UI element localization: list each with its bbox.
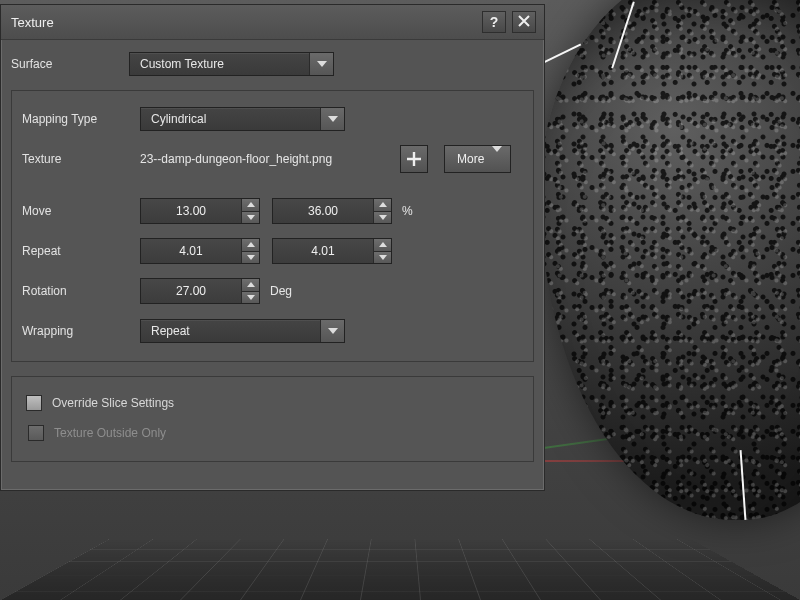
stepper-down[interactable]	[241, 251, 259, 264]
repeat-y-value: 4.01	[273, 239, 373, 263]
caret-up-icon	[379, 202, 387, 207]
wrapping-value: Repeat	[141, 324, 320, 338]
help-button[interactable]: ?	[482, 11, 506, 33]
more-button[interactable]: More	[444, 145, 511, 173]
texture-label: Texture	[22, 152, 140, 166]
move-x-value: 13.00	[141, 199, 241, 223]
plus-icon	[406, 151, 422, 167]
texture-filename: 23--damp-dungeon-floor_height.png	[140, 152, 400, 166]
help-icon: ?	[490, 14, 499, 30]
stepper-down[interactable]	[241, 291, 259, 304]
wrapping-dropdown[interactable]: Repeat	[140, 319, 345, 343]
move-x-spinner[interactable]: 13.00	[140, 198, 260, 224]
repeat-row: Repeat 4.01 4.01	[22, 237, 523, 265]
repeat-label: Repeat	[22, 244, 140, 258]
caret-up-icon	[379, 242, 387, 247]
surface-row: Surface Custom Texture	[11, 50, 534, 78]
chevron-down-icon	[320, 108, 344, 130]
caret-down-icon	[247, 215, 255, 220]
mapping-group: Mapping Type Cylindrical Texture 23--dam…	[11, 90, 534, 362]
surface-dropdown[interactable]: Custom Texture	[129, 52, 334, 76]
stepper-down[interactable]	[373, 211, 391, 224]
panel-body: Surface Custom Texture Mapping Type Cyli…	[1, 40, 544, 490]
chevron-down-icon	[492, 152, 502, 166]
panel-header: Texture ?	[1, 5, 544, 40]
move-unit: %	[402, 204, 413, 218]
more-label: More	[457, 152, 484, 166]
stepper-down[interactable]	[241, 211, 259, 224]
texture-panel: Texture ? Surface Custom Texture Mapping…	[0, 4, 545, 491]
close-icon	[518, 14, 530, 30]
move-label: Move	[22, 204, 140, 218]
stepper-up[interactable]	[373, 199, 391, 211]
caret-down-icon	[247, 295, 255, 300]
rotation-row: Rotation 27.00 Deg	[22, 277, 523, 305]
caret-up-icon	[247, 202, 255, 207]
move-y-value: 36.00	[273, 199, 373, 223]
caret-down-icon	[247, 255, 255, 260]
move-y-spinner[interactable]: 36.00	[272, 198, 392, 224]
rotation-spinner[interactable]: 27.00	[140, 278, 260, 304]
move-row: Move 13.00 36.00 %	[22, 197, 523, 225]
mapping-type-dropdown[interactable]: Cylindrical	[140, 107, 345, 131]
panel-title: Texture	[11, 15, 476, 30]
mapping-type-row: Mapping Type Cylindrical	[22, 105, 523, 133]
rotation-label: Rotation	[22, 284, 140, 298]
wrapping-row: Wrapping Repeat	[22, 317, 523, 345]
stepper-up[interactable]	[241, 239, 259, 251]
rotation-value: 27.00	[141, 279, 241, 303]
override-slice-row: Override Slice Settings	[26, 395, 519, 411]
caret-down-icon	[379, 215, 387, 220]
stepper-up[interactable]	[373, 239, 391, 251]
texture-outside-row: Texture Outside Only	[28, 425, 519, 441]
chevron-down-icon	[309, 53, 333, 75]
caret-up-icon	[247, 242, 255, 247]
surface-value: Custom Texture	[130, 57, 309, 71]
close-button[interactable]	[512, 11, 536, 33]
stepper-up[interactable]	[241, 279, 259, 291]
stepper-down[interactable]	[373, 251, 391, 264]
override-slice-checkbox[interactable]	[26, 395, 42, 411]
chevron-down-icon	[320, 320, 344, 342]
texture-outside-label: Texture Outside Only	[54, 426, 166, 440]
texture-outside-checkbox	[28, 425, 44, 441]
override-group: Override Slice Settings Texture Outside …	[11, 376, 534, 462]
repeat-y-spinner[interactable]: 4.01	[272, 238, 392, 264]
override-slice-label: Override Slice Settings	[52, 396, 174, 410]
caret-up-icon	[247, 282, 255, 287]
caret-down-icon	[379, 255, 387, 260]
add-texture-button[interactable]	[400, 145, 428, 173]
grid-floor	[0, 539, 800, 600]
stepper-up[interactable]	[241, 199, 259, 211]
mapping-type-label: Mapping Type	[22, 112, 140, 126]
rotation-unit: Deg	[270, 284, 292, 298]
repeat-x-spinner[interactable]: 4.01	[140, 238, 260, 264]
wrapping-label: Wrapping	[22, 324, 140, 338]
mapping-type-value: Cylindrical	[141, 112, 320, 126]
repeat-x-value: 4.01	[141, 239, 241, 263]
texture-file-row: Texture 23--damp-dungeon-floor_height.pn…	[22, 145, 523, 173]
surface-label: Surface	[11, 57, 129, 71]
